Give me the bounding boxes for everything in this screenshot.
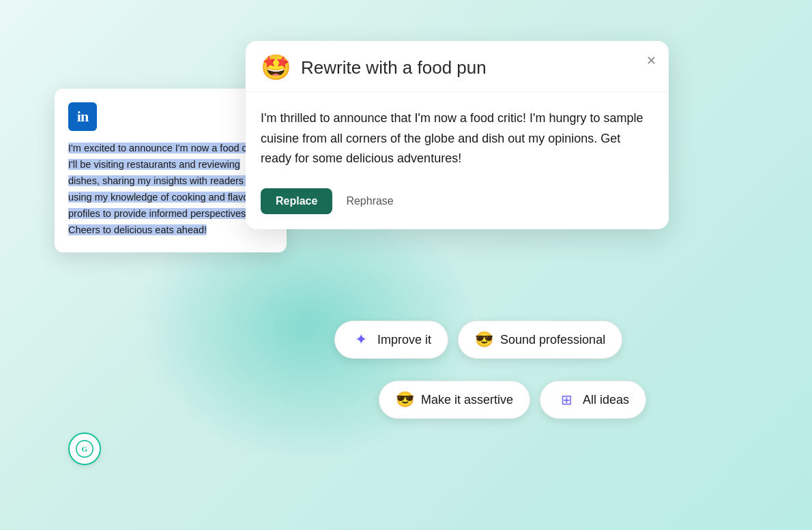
panel-header: 🤩 Rewrite with a food pun ✕ [246,41,669,92]
linkedin-logo-text: in [77,108,88,126]
rephrase-button[interactable]: Rephrase [343,188,396,214]
panel-title: Rewrite with a food pun [301,57,487,78]
suggestions-row-1: ✦ Improve it 😎 Sound professional [334,321,622,359]
sound-professional-label: Sound professional [500,333,605,347]
sunglasses-emoji-2: 😎 [396,391,414,409]
suggestions-row-2: 😎 Make it assertive ⊞ All ideas [379,381,646,419]
sparkle-icon: ✦ [351,330,371,349]
make-assertive-label: Make it assertive [421,393,513,407]
linkedin-logo: in [68,102,97,131]
sound-professional-button[interactable]: 😎 Sound professional [458,321,622,359]
improve-it-button[interactable]: ✦ Improve it [334,321,448,359]
rewrite-result-text: I'm thrilled to announce that I'm now a … [261,108,654,169]
improve-it-label: Improve it [377,333,431,347]
panel-body: I'm thrilled to announce that I'm now a … [246,92,669,229]
panel-emoji: 🤩 [261,53,291,82]
all-ideas-button[interactable]: ⊞ All ideas [540,381,646,419]
grammarly-icon: G [68,432,101,465]
sunglasses-emoji-1: 😎 [475,331,493,349]
close-button[interactable]: ✕ [646,53,656,68]
linkedin-post-text: I'm excited to announce I'm now a food c… [68,141,273,239]
linkedin-highlighted-text: I'm excited to announce I'm now a food c… [68,143,265,235]
make-assertive-button[interactable]: 😎 Make it assertive [379,381,530,419]
svg-text:G: G [82,445,88,453]
all-ideas-label: All ideas [583,393,629,407]
panel-actions: Replace Rephrase [261,188,654,214]
replace-button[interactable]: Replace [261,188,332,214]
rewrite-panel: 🤩 Rewrite with a food pun ✕ I'm thrilled… [246,41,669,229]
grid-icon: ⊞ [557,390,576,409]
